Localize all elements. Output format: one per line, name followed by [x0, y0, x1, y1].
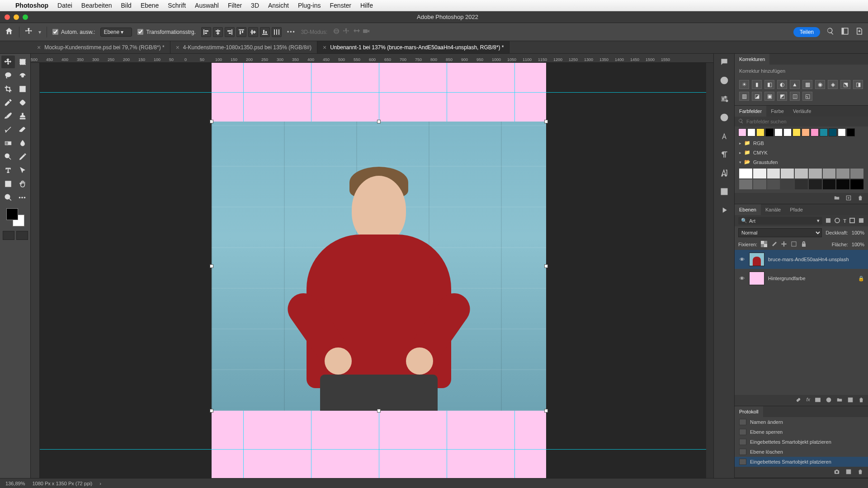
document-tab[interactable]: ×4-Kundenstimme-1080x1350.psd bei 135% (…	[170, 41, 317, 53]
history-item[interactable]: Ebene sperren	[735, 427, 868, 437]
zoom-tool[interactable]	[1, 191, 15, 204]
panel-tab-layers[interactable]: Ebenen	[735, 204, 761, 215]
new-document-icon[interactable]	[845, 469, 852, 476]
panel-tab-adjustments[interactable]: Korrekturen	[735, 54, 769, 65]
filter-shape-icon[interactable]	[849, 217, 855, 225]
filter-pixel-icon[interactable]	[825, 217, 831, 225]
swatch[interactable]	[781, 169, 794, 178]
brush-tool[interactable]	[1, 110, 15, 122]
transform-handle[interactable]	[210, 120, 213, 123]
document-tab[interactable]: ×Mockup-Kundenstimme.psd bei 79,7% (RGB/…	[32, 41, 170, 53]
transform-controls-checkbox[interactable]: Transformationsstrg.	[137, 29, 196, 35]
swatch[interactable]	[774, 128, 783, 136]
hand-tool[interactable]	[16, 178, 29, 190]
move-tool-icon[interactable]	[25, 27, 33, 37]
transform-handle[interactable]	[544, 409, 548, 413]
align-bottom-icon[interactable]	[260, 27, 270, 37]
foreground-color-swatch[interactable]	[6, 208, 18, 220]
pen-tool[interactable]	[16, 150, 29, 163]
document-tab[interactable]: ×Unbenannt-1 bei 137% (bruce-mars-AndE50…	[317, 41, 509, 53]
link-layers-icon[interactable]	[795, 397, 802, 404]
marquee-tool[interactable]	[16, 56, 29, 68]
menu-datei[interactable]: Datei	[57, 2, 72, 9]
history-item[interactable]: Eingebettetes Smartobjekt platzieren	[735, 437, 868, 447]
dodge-tool[interactable]	[1, 150, 15, 163]
swatch[interactable]	[783, 128, 792, 136]
search-icon[interactable]	[826, 27, 835, 37]
lock-all-icon[interactable]	[801, 241, 807, 248]
eyedropper-tool[interactable]	[1, 96, 15, 109]
layer-thumbnail[interactable]	[749, 272, 764, 285]
adjustment-layer-icon[interactable]	[826, 397, 832, 404]
visibility-icon[interactable]: 👁	[738, 257, 745, 262]
comments-icon[interactable]	[720, 57, 729, 68]
adjustment-preset-icon[interactable]: ⬔	[840, 80, 850, 89]
guide[interactable]	[40, 449, 706, 450]
swatch[interactable]	[767, 169, 780, 178]
swatch[interactable]	[781, 179, 794, 189]
align-right-icon[interactable]	[225, 27, 235, 37]
history-item[interactable]: Eingebettetes Smartobjekt platzieren	[735, 457, 868, 467]
adjustment-preset-icon[interactable]: ◨	[853, 80, 863, 89]
swatch[interactable]	[809, 179, 822, 189]
trash-icon[interactable]	[857, 469, 863, 476]
character-icon[interactable]	[720, 131, 729, 142]
history-item[interactable]: Ebene löschen	[735, 447, 868, 457]
move-tool[interactable]	[1, 56, 15, 68]
menu-3d[interactable]: 3D	[251, 2, 259, 9]
lasso-tool[interactable]	[1, 69, 15, 82]
swatch[interactable]	[795, 179, 808, 189]
adjustment-preset-icon[interactable]: ◩	[777, 92, 787, 101]
quick-select-tool[interactable]	[16, 69, 29, 82]
placed-image[interactable]	[212, 122, 546, 411]
workspace-icon[interactable]	[841, 27, 849, 37]
swatch-search-input[interactable]	[746, 119, 864, 124]
lock-pixels-icon[interactable]	[771, 241, 777, 248]
close-icon[interactable]: ×	[37, 44, 41, 51]
close-icon[interactable]: ×	[323, 44, 326, 51]
menu-bild[interactable]: Bild	[121, 2, 132, 9]
window-close-icon[interactable]	[5, 14, 10, 20]
adjustment-preset-icon[interactable]: ◐	[777, 80, 787, 89]
adjustment-preset-icon[interactable]: ◱	[802, 92, 812, 101]
new-group-icon[interactable]	[836, 397, 843, 404]
frame-tool[interactable]	[16, 83, 29, 95]
path-select-tool[interactable]	[16, 164, 29, 177]
swatch[interactable]	[838, 128, 846, 136]
panel-tab-paths[interactable]: Pfade	[785, 204, 807, 215]
swatch[interactable]	[847, 128, 855, 136]
adjustment-preset-icon[interactable]: ◉	[815, 80, 825, 89]
panel-tab-channels[interactable]: Kanäle	[761, 204, 785, 215]
transform-handle[interactable]	[210, 264, 213, 268]
opacity-value[interactable]: 100%	[852, 230, 864, 235]
filter-smart-icon[interactable]	[858, 217, 864, 225]
align-left-icon[interactable]	[201, 27, 211, 37]
close-icon[interactable]: ×	[176, 44, 179, 51]
home-icon[interactable]	[5, 27, 14, 37]
transform-handle[interactable]	[210, 409, 213, 413]
visibility-icon[interactable]: 👁	[738, 276, 745, 281]
swatch[interactable]	[820, 128, 828, 136]
menu-bearbeiten[interactable]: Bearbeiten	[81, 2, 112, 9]
quickmask-icon[interactable]	[3, 231, 14, 240]
gradient-tool[interactable]	[1, 137, 15, 150]
adjustment-preset-icon[interactable]: ◪	[752, 92, 762, 101]
swatch[interactable]	[738, 128, 746, 136]
color-swatches[interactable]	[6, 208, 24, 226]
menu-fenster[interactable]: Fenster	[330, 2, 351, 9]
adjustment-preset-icon[interactable]: ▦	[802, 80, 812, 89]
canvas[interactable]	[40, 63, 706, 478]
new-layer-icon[interactable]	[847, 397, 854, 404]
shape-tool[interactable]	[1, 178, 15, 190]
transform-handle[interactable]	[377, 409, 381, 413]
layer-filter[interactable]: 🔍Art▾	[738, 217, 822, 225]
crop-tool[interactable]	[1, 83, 15, 95]
layer-row[interactable]: 👁 Hintergrundfarbe 🔒	[735, 269, 868, 288]
adjustments-icon[interactable]	[720, 113, 729, 123]
align-center-h-icon[interactable]	[213, 27, 223, 37]
swatch[interactable]	[739, 179, 752, 189]
transform-handle[interactable]	[544, 264, 548, 268]
auto-select-target[interactable]: Ebene ▾	[100, 28, 132, 37]
edit-toolbar-icon[interactable]: •••	[16, 191, 29, 204]
share-button[interactable]: Teilen	[793, 27, 820, 37]
